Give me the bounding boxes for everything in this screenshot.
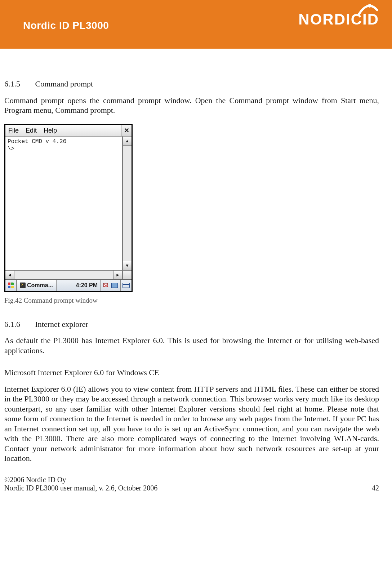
- figure-command-prompt-window: File Edit Help ✕ Pocket CMD v 4.20 \> ▲ …: [4, 124, 133, 292]
- console-output[interactable]: Pocket CMD v 4.20 \>: [5, 137, 122, 270]
- doc-header: Nordic ID PL3000 NORDICID: [0, 0, 392, 49]
- doc-header-title: Nordic ID PL3000: [23, 20, 109, 31]
- section-616-paragraph: As default the PL3000 has Internet Explo…: [4, 335, 379, 355]
- section-615-paragraph: Command prompt opens the command prompt …: [4, 95, 379, 115]
- footer-page-number: 42: [372, 484, 379, 492]
- svg-point-0: [368, 4, 371, 8]
- section-615-number: 6.1.5: [4, 79, 33, 89]
- start-button[interactable]: [5, 280, 17, 291]
- chevron-right-icon: ►: [116, 272, 120, 278]
- chevron-down-icon: ▼: [125, 263, 129, 268]
- console-line-2: \>: [8, 145, 120, 152]
- close-button[interactable]: ✕: [121, 125, 132, 136]
- section-615-heading: 6.1.5 Command prompt: [4, 79, 379, 89]
- brand-logo-text: NORDICID: [298, 11, 379, 28]
- taskbar-tray: [100, 280, 111, 291]
- taskbar-spacer: [57, 280, 74, 291]
- ce-taskbar: Comma... 4:20 PM: [5, 279, 132, 291]
- tray-status-icon[interactable]: [103, 282, 109, 289]
- scroll-down-button[interactable]: ▼: [123, 261, 132, 270]
- footer-copyright: ©2006 Nordic ID Oy: [4, 476, 157, 484]
- brand-logo: NORDICID: [298, 11, 379, 28]
- show-desktop-icon: [111, 283, 118, 288]
- menubar-spacer: [61, 125, 121, 136]
- menu-edit[interactable]: Edit: [23, 125, 41, 136]
- menu-file[interactable]: File: [5, 125, 23, 136]
- chevron-up-icon: ▲: [125, 138, 129, 144]
- menu-help[interactable]: Help: [41, 125, 61, 136]
- section-616-title: Internet explorer: [35, 320, 88, 329]
- scrollbar-corner: [123, 271, 132, 279]
- console-line-1: Pocket CMD v 4.20: [8, 138, 120, 145]
- vertical-scrollbar[interactable]: ▲ ▼: [122, 137, 132, 270]
- page-footer: ©2006 Nordic ID Oy Nordic ID PL3000 user…: [0, 476, 392, 499]
- msie-heading: Microsoft Internet Explorer 6.0 for Wind…: [4, 368, 379, 378]
- taskbar-clock: 4:20 PM: [74, 280, 100, 291]
- sip-button[interactable]: [120, 280, 132, 291]
- scroll-up-button[interactable]: ▲: [123, 137, 132, 146]
- footer-docline: Nordic ID PL3000 user manual, v. 2.6, Oc…: [4, 484, 157, 492]
- windows-flag-icon: [8, 283, 14, 288]
- vertical-scroll-track[interactable]: [123, 146, 132, 261]
- msie-paragraph: Internet Explorer 6.0 (IE) allows you to…: [4, 384, 379, 463]
- ce-menubar: File Edit Help ✕: [5, 125, 132, 137]
- horizontal-scrollbar[interactable]: ◄ ►: [5, 270, 132, 279]
- menu-file-label: ile: [12, 127, 19, 134]
- taskbar-task-label: Comma...: [27, 282, 53, 289]
- command-prompt-icon: [20, 283, 26, 288]
- horizontal-scroll-track[interactable]: [14, 271, 113, 279]
- section-616-number: 6.1.6: [4, 319, 33, 329]
- scroll-left-button[interactable]: ◄: [5, 271, 14, 279]
- taskbar-task-command-prompt[interactable]: Comma...: [17, 280, 57, 291]
- section-615-title: Command prompt: [35, 79, 93, 88]
- taskbar-desktop[interactable]: [111, 280, 120, 291]
- menu-edit-label: dit: [30, 127, 37, 134]
- keyboard-icon: [122, 283, 130, 288]
- section-616-heading: 6.1.6 Internet explorer: [4, 319, 379, 329]
- menu-help-label: elp: [48, 127, 57, 134]
- scroll-right-button[interactable]: ►: [113, 271, 123, 279]
- chevron-left-icon: ◄: [8, 272, 12, 278]
- figure-caption: Fig.42 Command prompt window: [4, 296, 379, 305]
- close-icon: ✕: [124, 126, 129, 135]
